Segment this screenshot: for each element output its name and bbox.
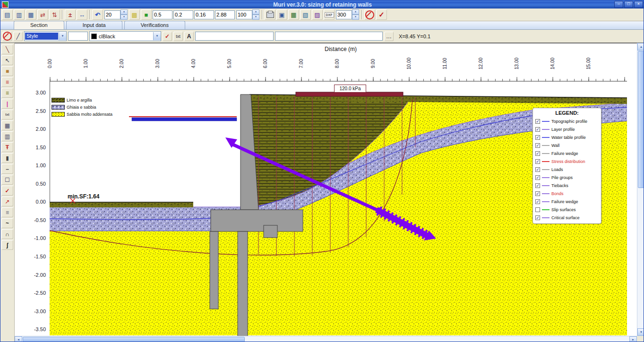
close-button[interactable]: ×: [634, 1, 643, 8]
font-button[interactable]: A: [184, 32, 194, 41]
export-icon[interactable]: ⇅: [49, 9, 60, 20]
annotation-field-2[interactable]: [275, 32, 383, 41]
legend-panel[interactable]: LEGEND: ✓Topographic profile ✓Layer prof…: [532, 108, 601, 224]
legend-checkbox[interactable]: ✓: [535, 199, 540, 204]
spin-up-icon[interactable]: ▲: [352, 9, 359, 15]
dash-tool[interactable]: –: [1, 164, 13, 174]
print-preview-icon[interactable]: ▣: [276, 9, 287, 20]
scroll-down-icon[interactable]: ▼: [637, 328, 644, 336]
surface-load-strip[interactable]: [296, 92, 403, 96]
param1-field[interactable]: [153, 10, 172, 19]
tab-verifications[interactable]: Verifications: [124, 21, 185, 29]
zoom-input[interactable]: [236, 10, 252, 19]
legend-checkbox[interactable]: [535, 207, 540, 212]
style-combobox[interactable]: Style ▼: [24, 31, 67, 41]
chevron-down-icon[interactable]: ▼: [59, 32, 66, 40]
legend-checkbox[interactable]: ✓: [535, 135, 540, 140]
tieback-tool[interactable]: Ŧ: [1, 142, 13, 152]
minimize-button[interactable]: –: [614, 1, 623, 8]
spin-up-icon[interactable]: ▲: [252, 9, 259, 15]
legend-checkbox[interactable]: ✓: [535, 151, 540, 156]
wall-footing[interactable]: [211, 210, 303, 231]
section-drawing-area[interactable]: Distance (m) 0.00 1.00 2.00 3.00 4.00 5.…: [15, 43, 637, 336]
legend-checkbox[interactable]: ✓: [535, 167, 540, 172]
y-tick-label: -2.50: [26, 290, 46, 296]
marker-bar[interactable]: [132, 118, 237, 121]
spin-up-icon[interactable]: ▲: [120, 9, 128, 15]
scroll-right-icon[interactable]: ►: [629, 336, 637, 342]
legend-checkbox[interactable]: ✓: [535, 127, 540, 132]
legend-checkbox[interactable]: ✓: [535, 175, 540, 180]
highlight-icon[interactable]: ▩: [129, 9, 140, 20]
spin-down-icon[interactable]: ▼: [252, 15, 259, 20]
text-tool[interactable]: txt: [1, 110, 13, 120]
vertical-scrollbar-thumb[interactable]: [638, 51, 644, 188]
legend-item: ✓Loads: [535, 165, 599, 173]
fill-tool[interactable]: ■: [1, 66, 13, 76]
dxf-export-icon[interactable]: DXF: [324, 9, 335, 20]
list-tool[interactable]: ≡: [1, 207, 13, 217]
pages-icon[interactable]: ▦: [26, 9, 36, 20]
undo-icon[interactable]: ↶: [92, 9, 103, 20]
add-item-icon[interactable]: ±: [65, 9, 76, 20]
hatch-tool[interactable]: ≡: [1, 77, 13, 87]
scroll-up-icon[interactable]: ▲: [637, 43, 644, 51]
ruler-tool[interactable]: ▥: [1, 131, 13, 141]
stats-icon[interactable]: ▨: [312, 9, 323, 20]
import-icon[interactable]: ⇄: [37, 9, 48, 20]
color-combobox[interactable]: clBlack ▼: [89, 31, 161, 41]
copy-icon[interactable]: ▥: [14, 9, 25, 20]
layer-tool[interactable]: ≡: [1, 88, 13, 98]
legend-checkbox[interactable]: ✓: [535, 159, 540, 164]
pile-left[interactable]: [210, 231, 218, 309]
annotation-field-1[interactable]: [195, 32, 274, 41]
legend-checkbox[interactable]: ✓: [535, 215, 540, 220]
swap-item-icon[interactable]: ↔: [77, 9, 87, 20]
vertical-scrollbar[interactable]: ▲ ▼: [637, 43, 644, 336]
chart-icon[interactable]: ▧: [300, 9, 311, 20]
legend-checkbox[interactable]: ✓: [535, 191, 540, 196]
cancel-icon[interactable]: [364, 9, 375, 20]
legend-checkbox[interactable]: ✓: [535, 143, 540, 148]
apply-tool[interactable]: ✓: [1, 186, 13, 196]
green-swatch-icon[interactable]: ■: [141, 9, 152, 20]
no-edit-icon[interactable]: [2, 32, 12, 41]
curve-tool[interactable]: ~: [1, 218, 13, 228]
scale-input[interactable]: [104, 10, 120, 19]
param2-field[interactable]: [173, 10, 193, 19]
tab-section[interactable]: Section: [14, 21, 64, 29]
spin-down-icon[interactable]: ▼: [352, 15, 359, 20]
select-tool[interactable]: ↖: [1, 55, 13, 65]
tab-input-data[interactable]: Input data: [66, 21, 122, 29]
spin-down-icon[interactable]: ▼: [120, 15, 128, 20]
horizontal-scrollbar[interactable]: ◄ ►: [15, 336, 637, 342]
line-style-icon[interactable]: ╱: [13, 32, 23, 41]
grid-tool[interactable]: ▦: [1, 120, 13, 130]
param3-field[interactable]: [194, 10, 214, 19]
more-options-button[interactable]: …: [384, 32, 394, 41]
marquee-tool[interactable]: ☐: [1, 175, 13, 185]
text-tool-button[interactable]: txt: [173, 32, 183, 41]
chevron-down-icon[interactable]: ▼: [153, 32, 161, 40]
dpi-input[interactable]: [336, 10, 352, 19]
style-param-field[interactable]: [68, 32, 88, 41]
line-tool[interactable]: ╲: [1, 44, 13, 54]
vertical-line-tool[interactable]: |: [1, 99, 13, 109]
new-section-icon[interactable]: ▤: [2, 9, 13, 20]
apply-icon[interactable]: ✓: [376, 9, 387, 20]
maximize-button[interactable]: □: [624, 1, 633, 8]
arc-tool[interactable]: ∩: [1, 229, 13, 239]
spline-tool[interactable]: ʃ: [1, 240, 13, 250]
legend-checkbox[interactable]: ✓: [535, 183, 540, 188]
move-tool[interactable]: ↗: [1, 197, 13, 206]
apply-style-icon[interactable]: ✓: [163, 32, 172, 41]
print-icon[interactable]: [265, 9, 275, 20]
pile-center[interactable]: [238, 231, 248, 336]
param4-field[interactable]: [215, 10, 235, 19]
wall-tool[interactable]: ▮: [1, 153, 13, 163]
horizontal-scrollbar-thumb[interactable]: [23, 337, 245, 342]
scroll-left-icon[interactable]: ◄: [15, 336, 22, 342]
wall-block[interactable]: [264, 225, 277, 238]
legend-checkbox[interactable]: ✓: [535, 119, 540, 124]
table-icon[interactable]: ▦: [288, 9, 299, 20]
